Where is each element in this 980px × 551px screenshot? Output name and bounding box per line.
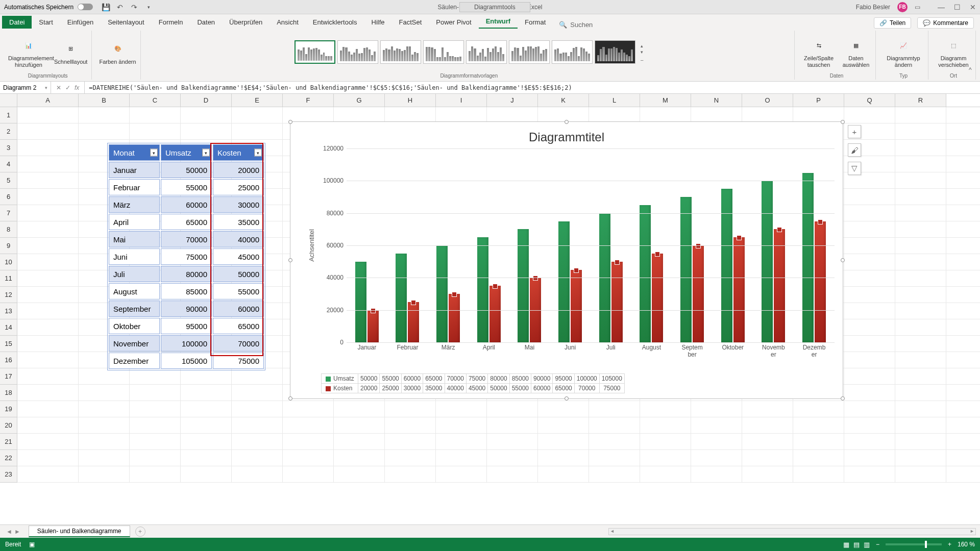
table-cell[interactable]: 95000 (161, 318, 212, 334)
chart-styles-button[interactable]: 🖌 (848, 143, 861, 157)
table-cell[interactable]: 70000 (161, 231, 212, 247)
table-cell[interactable]: 65000 (213, 318, 264, 334)
bar-umsatz[interactable] (802, 173, 814, 343)
zoom-slider[interactable] (886, 543, 942, 545)
table-cell[interactable]: 55000 (161, 179, 212, 195)
legend-entry[interactable]: Umsatz (322, 374, 358, 384)
table-cell[interactable]: 45000 (213, 248, 264, 265)
bar-kosten[interactable] (571, 270, 582, 343)
ribbon-display-icon[interactable]: ▭ (915, 4, 920, 11)
column-header[interactable]: F (283, 94, 334, 107)
macro-record-icon[interactable]: ▣ (29, 541, 35, 548)
column-header[interactable]: M (640, 94, 691, 107)
chart-style-thumb[interactable] (423, 40, 464, 64)
data-table[interactable]: Monat▾Umsatz▾Kosten▾Januar5000020000Febr… (107, 143, 265, 370)
column-header[interactable]: N (691, 94, 742, 107)
table-cell[interactable]: 50000 (161, 162, 212, 178)
column-header[interactable]: P (793, 94, 844, 107)
table-cell[interactable]: November (109, 335, 160, 352)
column-header[interactable]: A (17, 94, 79, 107)
gallery-down-icon[interactable]: ▾ (641, 49, 643, 55)
chart-style-gallery[interactable] (295, 40, 635, 64)
sheet-nav-next-icon[interactable]: ► (14, 528, 20, 535)
tab-seitenlayout[interactable]: Seitenlayout (101, 16, 152, 29)
column-header[interactable]: B (79, 94, 130, 107)
table-header[interactable]: Monat▾ (109, 144, 160, 161)
table-cell[interactable]: April (109, 214, 160, 230)
column-header[interactable]: E (232, 94, 283, 107)
select-data-button[interactable]: ▦ Daten auswählen (841, 35, 871, 68)
avatar[interactable]: FB (897, 2, 908, 12)
chart-object[interactable]: + 🖌 ▽ Diagrammtitel Achsentitel 02000040… (290, 121, 843, 399)
page-break-icon[interactable]: ▥ (864, 541, 870, 548)
table-cell[interactable]: 75000 (161, 248, 212, 265)
row-header[interactable]: 14 (0, 319, 17, 336)
table-header[interactable]: Umsatz▾ (161, 144, 212, 161)
move-chart-button[interactable]: ⬚ Diagramm verschieben (936, 35, 971, 68)
bar-umsatz[interactable] (477, 237, 488, 342)
bar-umsatz[interactable] (355, 262, 366, 342)
row-header[interactable]: 8 (0, 221, 17, 238)
add-chart-element-button[interactable]: 📊 Diagrammelement hinzufügen (8, 35, 49, 68)
column-header[interactable]: D (181, 94, 232, 107)
table-cell[interactable]: 20000 (213, 162, 264, 178)
tab-entwicklertools[interactable]: Entwicklertools (306, 16, 364, 29)
column-header[interactable]: K (538, 94, 589, 107)
zoom-level[interactable]: 160 % (958, 541, 975, 548)
tab-factset[interactable]: FactSet (392, 16, 429, 29)
gallery-up-icon[interactable]: ▴ (641, 43, 643, 48)
cancel-icon[interactable]: ✕ (56, 84, 61, 91)
chart-title[interactable]: Diagrammtitel (290, 130, 843, 144)
column-header[interactable]: G (334, 94, 385, 107)
page-layout-icon[interactable]: ▤ (853, 541, 860, 548)
table-cell[interactable]: 60000 (213, 300, 264, 317)
save-icon[interactable]: 💾 (101, 3, 110, 12)
table-cell[interactable]: März (109, 196, 160, 213)
change-colors-button[interactable]: 🎨 Farben ändern (99, 39, 136, 65)
row-header[interactable]: 9 (0, 238, 17, 254)
bar-umsatz[interactable] (558, 221, 570, 343)
tab-daten[interactable]: Daten (190, 16, 222, 29)
row-header[interactable]: 12 (0, 287, 17, 303)
column-header[interactable]: O (742, 94, 793, 107)
fx-icon[interactable]: fx (75, 84, 79, 91)
row-header[interactable]: 1 (0, 107, 17, 123)
table-cell[interactable]: Dezember (109, 353, 160, 369)
column-header[interactable]: H (385, 94, 436, 107)
filter-dropdown-icon[interactable]: ▾ (150, 149, 158, 157)
column-header[interactable]: R (895, 94, 946, 107)
table-cell[interactable]: 75000 (213, 353, 264, 369)
row-header[interactable]: 6 (0, 189, 17, 205)
table-cell[interactable]: 30000 (213, 196, 264, 213)
row-header[interactable]: 10 (0, 254, 17, 270)
chart-style-thumb[interactable] (552, 40, 593, 64)
share-button[interactable]: 🔗Teilen (874, 17, 911, 29)
collapse-ribbon-icon[interactable]: ^ (969, 66, 978, 76)
name-box[interactable]: Diagramm 2 (0, 82, 51, 93)
bar-kosten[interactable] (693, 245, 704, 342)
row-header[interactable]: 21 (0, 434, 17, 450)
row-header[interactable]: 3 (0, 140, 17, 156)
chart-elements-button[interactable]: + (848, 125, 861, 138)
bar-umsatz[interactable] (640, 205, 651, 342)
column-header[interactable]: Q (844, 94, 895, 107)
bar-kosten[interactable] (368, 310, 379, 342)
row-header[interactable]: 22 (0, 450, 17, 466)
comments-button[interactable]: 💬Kommentare (917, 17, 974, 29)
sheet-nav-prev-icon[interactable]: ◄ (6, 528, 12, 535)
tab-einfügen[interactable]: Einfügen (60, 16, 101, 29)
column-header[interactable]: I (436, 94, 487, 107)
spreadsheet-grid[interactable]: ABCDEFGHIJKLMNOPQR 123456789101112131415… (0, 94, 980, 502)
table-cell[interactable]: 35000 (213, 214, 264, 230)
row-header[interactable]: 23 (0, 466, 17, 483)
legend-entry[interactable]: Kosten (322, 384, 358, 393)
horizontal-scrollbar[interactable] (608, 528, 976, 535)
table-cell[interactable]: Oktober (109, 318, 160, 334)
tab-ansicht[interactable]: Ansicht (270, 16, 306, 29)
sheet-tab[interactable]: Säulen- und Balkendiagramme (29, 525, 130, 537)
bar-umsatz[interactable] (762, 181, 773, 342)
add-sheet-button[interactable]: + (135, 527, 145, 537)
select-all-corner[interactable] (0, 94, 17, 107)
column-header[interactable]: J (487, 94, 538, 107)
change-chart-type-button[interactable]: 📈 Diagrammtyp ändern (883, 35, 924, 68)
